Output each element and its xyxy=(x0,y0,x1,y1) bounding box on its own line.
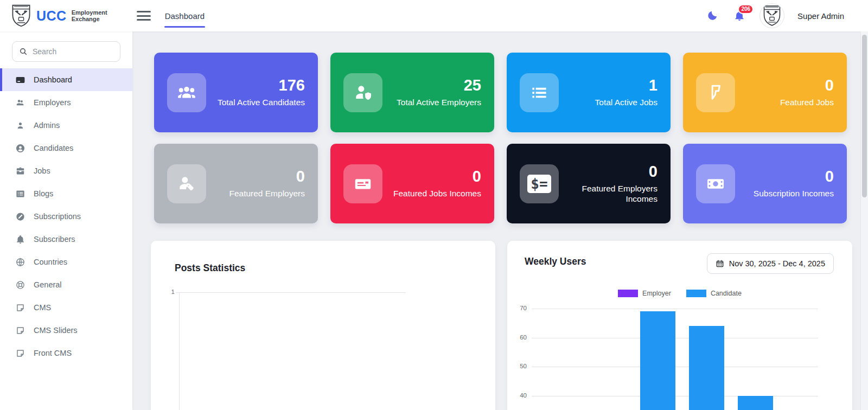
legend-item-employer[interactable]: Employer xyxy=(618,290,671,297)
notification-count-badge: 206 xyxy=(738,4,754,14)
stat-card-featured-jobs-incomes: 0 Featured Jobs Incomes xyxy=(330,144,494,223)
brand-tagline-line1: Employment xyxy=(72,9,107,16)
user-name: Super Admin xyxy=(797,11,844,21)
stat-card-total-active-jobs: 1 Total Active Jobs xyxy=(507,53,671,132)
user-circle-icon xyxy=(15,143,25,153)
money-check-icon: $= xyxy=(520,164,559,203)
stat-label: Featured Jobs xyxy=(780,97,834,107)
stat-card-total-active-employers: 25 Total Active Employers xyxy=(330,53,494,132)
posts-y-tick-label: 1 xyxy=(158,289,175,295)
stat-value: 0 xyxy=(780,77,834,94)
stat-label: Subscription Incomes xyxy=(754,188,834,198)
stat-label: Featured Jobs Incomes xyxy=(393,188,481,198)
stat-label: Total Active Employers xyxy=(397,97,481,107)
stat-value: 1 xyxy=(595,77,658,94)
subscription-icon xyxy=(15,212,25,222)
user-shield-icon xyxy=(343,73,382,112)
legend-item-candidate[interactable]: Candidate xyxy=(686,290,742,297)
stat-card-featured-employers: 0 Featured Employers xyxy=(154,144,318,223)
chart-legend: Employer Candidate xyxy=(507,290,852,297)
sidebar-item-subscriptions[interactable]: Subscriptions xyxy=(0,205,132,228)
sidebar-item-general[interactable]: General xyxy=(0,273,132,296)
menu-toggle-button[interactable] xyxy=(137,10,151,21)
note-icon xyxy=(15,348,25,358)
sidebar-item-candidates[interactable]: Candidates xyxy=(0,137,132,159)
date-range-label: Nov 30, 2025 - Dec 4, 2025 xyxy=(729,259,825,268)
brand-tagline: Employment Exchange xyxy=(72,9,107,22)
sidebar-item-employers[interactable]: Employers xyxy=(0,91,132,114)
y-tick-label: 70 xyxy=(512,305,527,311)
sidebar-item-countries[interactable]: Countries xyxy=(0,251,132,273)
sidebar-item-subscribers[interactable]: Subscribers xyxy=(0,228,132,251)
globe-icon xyxy=(15,257,25,267)
user-tag-icon xyxy=(167,164,206,203)
legend-swatch xyxy=(686,290,706,297)
banknote-icon xyxy=(696,164,735,203)
page-scrollbar-track[interactable] xyxy=(860,31,868,410)
blog-list-icon xyxy=(15,189,25,199)
stat-card-subscription-incomes: 0 Subscription Incomes xyxy=(683,144,847,223)
header-right: 206 Super Admin xyxy=(705,3,868,28)
search-icon xyxy=(19,47,28,56)
date-range-button[interactable]: Nov 30, 2025 - Dec 4, 2025 xyxy=(707,253,834,274)
stat-card-featured-employers-incomes: $= 0 Featured Employers Incomes xyxy=(507,144,671,223)
sidebar-item-cms[interactable]: CMS xyxy=(0,296,132,319)
sidebar-item-blogs[interactable]: Blogs xyxy=(0,182,132,205)
stat-cards-grid: 176 Total Active Candidates 25 Total Act… xyxy=(154,53,868,223)
bar-candidate-40 xyxy=(738,396,773,410)
dark-mode-toggle[interactable] xyxy=(705,9,719,23)
sidebar-search xyxy=(12,41,120,62)
ucc-crest-logo xyxy=(11,4,31,28)
gridline-y70 xyxy=(532,309,818,309)
stat-label: Total Active Jobs xyxy=(595,97,658,107)
bell-icon xyxy=(15,234,25,245)
lifebuoy-icon xyxy=(15,280,25,290)
users-group-icon xyxy=(167,73,206,112)
sidebar-item-front-cms[interactable]: Front CMS xyxy=(0,342,132,364)
sidebar-item-dashboard[interactable]: Dashboard xyxy=(0,68,132,91)
brand-tagline-line2: Exchange xyxy=(72,16,107,22)
main-content: 176 Total Active Candidates 25 Total Act… xyxy=(132,31,868,410)
tab-dashboard[interactable]: Dashboard xyxy=(165,11,205,21)
stat-value: 176 xyxy=(218,77,305,94)
posts-top-gridline xyxy=(176,292,406,293)
stat-value: 0 xyxy=(393,168,481,185)
list-icon xyxy=(520,73,559,112)
posts-statistics-title: Posts Statistics xyxy=(175,262,245,274)
sidebar-item-jobs[interactable]: Jobs xyxy=(0,159,132,182)
charts-row: Posts Statistics 1 Weekly Users xyxy=(151,241,868,410)
sidebar-item-cms-sliders[interactable]: CMS Sliders xyxy=(0,319,132,342)
id-card-icon xyxy=(343,164,382,203)
notifications-button[interactable]: 206 xyxy=(732,9,746,23)
search-input[interactable] xyxy=(33,47,113,56)
stat-value: 25 xyxy=(397,77,481,94)
posts-statistics-card: Posts Statistics 1 xyxy=(151,241,495,410)
user-avatar[interactable] xyxy=(760,3,784,28)
admin-user-icon xyxy=(15,120,25,131)
stat-value: 0 xyxy=(754,168,834,185)
note-icon xyxy=(15,325,25,336)
briefcase-icon xyxy=(15,166,25,176)
posts-y-axis-line xyxy=(179,292,180,410)
y-tick-label: 60 xyxy=(512,334,527,341)
stat-card-featured-jobs: 0 Featured Jobs xyxy=(683,53,847,132)
sidebar-item-admins[interactable]: Admins xyxy=(0,114,132,137)
brand: UCC Employment Exchange xyxy=(0,4,107,28)
sidebar: Dashboard Employers Admins Candidates Jo… xyxy=(0,31,132,410)
bar-candidate-64 xyxy=(689,326,724,410)
stat-label: Featured Employers xyxy=(229,188,305,198)
dashboard-icon xyxy=(15,75,25,85)
app-header: UCC Employment Exchange Dashboard 206 Su… xyxy=(0,0,868,31)
stat-card-total-active-candidates: 176 Total Active Candidates xyxy=(154,53,318,132)
brand-name: UCC xyxy=(36,8,67,24)
weekly-users-plot: 70605040 xyxy=(512,305,834,410)
weekly-users-title: Weekly Users xyxy=(525,256,586,267)
legend-swatch xyxy=(618,290,638,297)
page-scrollbar-thumb[interactable] xyxy=(862,35,867,197)
y-tick-label: 50 xyxy=(512,363,527,369)
avatar-crest-image xyxy=(763,4,781,27)
calendar-icon xyxy=(716,259,724,268)
y-tick-label: 40 xyxy=(512,392,527,399)
moon-icon xyxy=(706,10,718,22)
stat-label: Featured Employers Incomes xyxy=(559,183,658,204)
